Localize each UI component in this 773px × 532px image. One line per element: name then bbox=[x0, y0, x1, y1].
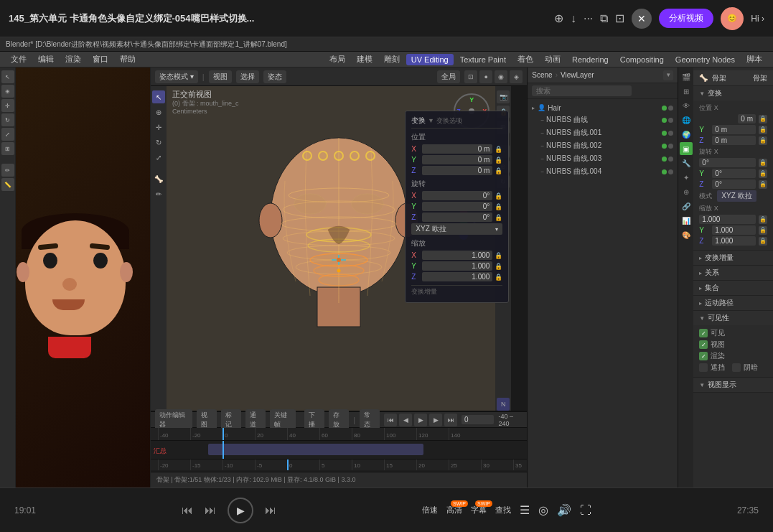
nurbs-2-render[interactable] bbox=[668, 144, 673, 149]
material-preview-toggle[interactable]: ◉ bbox=[495, 70, 507, 83]
rot-x-lock[interactable]: 🔒 bbox=[495, 192, 502, 200]
bottom-playhead[interactable] bbox=[287, 459, 289, 470]
pi-constraints[interactable]: 🔗 bbox=[680, 200, 693, 213]
rp-scale-z-val[interactable]: 1.000 bbox=[712, 236, 756, 246]
tl-frame-counter[interactable]: 0 bbox=[462, 415, 494, 424]
tl-channel-btn[interactable]: 通道 bbox=[245, 409, 266, 431]
pi-material[interactable]: 🎨 bbox=[680, 228, 693, 241]
rot-y-value[interactable]: 0° bbox=[422, 202, 492, 211]
rp-visibility-hdr[interactable]: ▼ 可见性 bbox=[693, 311, 773, 325]
select-tool[interactable]: ↖ bbox=[152, 90, 165, 103]
rot-x-value[interactable]: 0° bbox=[422, 191, 492, 200]
window-icon[interactable]: ⊡ bbox=[615, 11, 624, 25]
pi-world[interactable]: 🌍 bbox=[680, 128, 693, 141]
rp-rot-z-val[interactable]: 0° bbox=[712, 179, 756, 189]
scale-y-lock[interactable]: 🔒 bbox=[495, 263, 502, 270]
pose-menu-btn[interactable]: 姿态 bbox=[263, 70, 286, 83]
outliner-item-nurbs-4[interactable]: ~ NURBS 曲线.004 bbox=[528, 165, 678, 178]
move-tool[interactable]: ✛ bbox=[152, 121, 165, 134]
outliner-search-input[interactable] bbox=[532, 85, 632, 96]
menu-edit[interactable]: 编辑 bbox=[33, 52, 59, 66]
rp-pos-x-val[interactable]: 0 m bbox=[738, 114, 756, 123]
pos-z-lock[interactable]: 🔒 bbox=[495, 167, 502, 174]
rp-motion-hdr[interactable]: ▸ 运动路径 bbox=[693, 296, 773, 310]
pip-icon[interactable]: ⧉ bbox=[600, 12, 608, 25]
rp-pos-x-lock[interactable]: 🔒 bbox=[759, 115, 767, 123]
ws-geometry-nodes[interactable]: Geometry Nodes bbox=[670, 54, 740, 65]
select-menu-btn[interactable]: 选择 bbox=[236, 70, 259, 83]
rp-vd-hdr[interactable]: ▼ 视图显示 bbox=[693, 378, 773, 392]
ctrl-point-1[interactable] bbox=[302, 151, 312, 161]
outliner-item-nurbs-3[interactable]: ~ NURBS 曲线.003 bbox=[528, 152, 678, 165]
rp-rot-y-lock[interactable]: 🔒 bbox=[759, 169, 767, 178]
view-menu-btn[interactable]: 视图 bbox=[209, 70, 232, 83]
rotation-mode-dropdown[interactable]: XYZ 欧拉 ▾ bbox=[411, 223, 502, 235]
ctrl-point-5[interactable] bbox=[365, 151, 375, 161]
rp-rot-y-val[interactable]: 0° bbox=[712, 169, 756, 178]
tl-step-back-btn[interactable]: ◀ bbox=[399, 414, 412, 426]
rp-rot-x-val[interactable]: 0° bbox=[699, 158, 756, 167]
tl-view-btn[interactable]: 视图 bbox=[197, 409, 217, 431]
nurbs-4-vis[interactable] bbox=[662, 169, 667, 174]
pos-y-lock[interactable]: 🔒 bbox=[495, 157, 502, 164]
hair-render-dot[interactable] bbox=[668, 106, 673, 111]
ctrl-point-4[interactable] bbox=[350, 151, 360, 161]
prev-btn[interactable]: ⏮ bbox=[182, 504, 193, 517]
tl-play-btn[interactable]: ⏮ bbox=[384, 414, 397, 426]
outliner-item-nurbs-0[interactable]: ~ NURBS 曲线 bbox=[528, 113, 678, 126]
tl-state-btn[interactable]: 常态 bbox=[360, 409, 380, 431]
pos-z-value[interactable]: 0 m bbox=[422, 166, 492, 175]
playlist-icon[interactable]: ☰ bbox=[520, 503, 530, 517]
tl-track-playhead[interactable] bbox=[222, 441, 224, 459]
rp-rot-z-lock[interactable]: 🔒 bbox=[759, 180, 767, 189]
outliner-item-nurbs-2[interactable]: ~ NURBS 曲线.002 bbox=[528, 139, 678, 152]
hair-visible-dot[interactable] bbox=[662, 106, 667, 111]
download-icon[interactable]: ↓ bbox=[571, 12, 576, 25]
rendered-toggle[interactable]: ◈ bbox=[510, 70, 523, 83]
nurbs-0-render[interactable] bbox=[668, 118, 673, 123]
skip-fwd-btn[interactable]: ⏭ bbox=[265, 504, 276, 517]
view-cam[interactable]: 📷 bbox=[497, 90, 510, 103]
pi-object[interactable]: ▣ bbox=[680, 142, 693, 155]
ws-modeling[interactable]: 建模 bbox=[352, 52, 378, 66]
pi-output[interactable]: ⊞ bbox=[680, 85, 693, 98]
volume-icon[interactable]: 🔊 bbox=[557, 503, 571, 517]
annotate-tool[interactable]: ✏ bbox=[152, 187, 165, 200]
timeline-playhead[interactable] bbox=[222, 428, 224, 440]
close-btn[interactable]: ✕ bbox=[632, 9, 652, 29]
visible-checkbox[interactable]: ✓ bbox=[699, 329, 708, 337]
pos-y-value[interactable]: 0 m bbox=[422, 155, 492, 164]
rp-relations-hdr[interactable]: ▸ 关系 bbox=[693, 266, 773, 280]
tool-select[interactable]: ↖ bbox=[1, 70, 14, 83]
ctrl-point-2[interactable] bbox=[318, 151, 328, 161]
scale-z-value[interactable]: 1.000 bbox=[422, 272, 492, 281]
subtitle-btn[interactable]: 字幕 SWIP bbox=[471, 505, 487, 515]
filter-icon[interactable]: ▼ bbox=[663, 70, 673, 80]
rp-scale-z-lock[interactable]: 🔒 bbox=[759, 237, 767, 246]
tool-measure[interactable]: 📏 bbox=[1, 178, 14, 191]
ws-rendering[interactable]: Rendering bbox=[567, 54, 614, 65]
3d-viewport[interactable]: 姿态模式 ▾ | 视图 选择 姿态 全局 ⊡ ● ◉ ◈ bbox=[151, 67, 527, 411]
nurbs-0-vis[interactable] bbox=[662, 118, 667, 123]
rp-pos-z-lock[interactable]: 🔒 bbox=[759, 136, 767, 145]
rot-z-value[interactable]: 0° bbox=[422, 213, 492, 222]
play-button[interactable]: ▶ bbox=[228, 498, 253, 523]
pi-particles[interactable]: ✦ bbox=[680, 171, 693, 184]
solid-toggle[interactable]: ● bbox=[479, 70, 492, 83]
tl-playback-btn[interactable]: 下播 bbox=[304, 409, 324, 431]
speed-btn[interactable]: 倍速 bbox=[422, 505, 438, 515]
shadow2-checkbox[interactable] bbox=[732, 363, 741, 372]
ws-animation[interactable]: 动画 bbox=[540, 52, 566, 66]
nurbs-4-render[interactable] bbox=[668, 169, 673, 174]
tool-cursor[interactable]: ⊕ bbox=[1, 85, 14, 98]
rp-delta-hdr[interactable]: ▸ 变换增量 bbox=[693, 251, 773, 265]
hi-label[interactable]: Hi › bbox=[751, 14, 764, 24]
tl-keyframe-btn[interactable]: 关键帧 bbox=[270, 409, 296, 431]
target-icon[interactable]: ◎ bbox=[538, 503, 548, 517]
search-btn[interactable]: 查找 bbox=[495, 505, 511, 515]
pi-modifier[interactable]: 🔧 bbox=[680, 157, 693, 169]
pi-view[interactable]: 👁 bbox=[680, 99, 693, 112]
outliner-item-nurbs-1[interactable]: ~ NURBS 曲线.001 bbox=[528, 126, 678, 139]
ws-compositing[interactable]: Compositing bbox=[615, 54, 669, 65]
skip-back-btn[interactable]: ⏭ bbox=[205, 504, 216, 517]
